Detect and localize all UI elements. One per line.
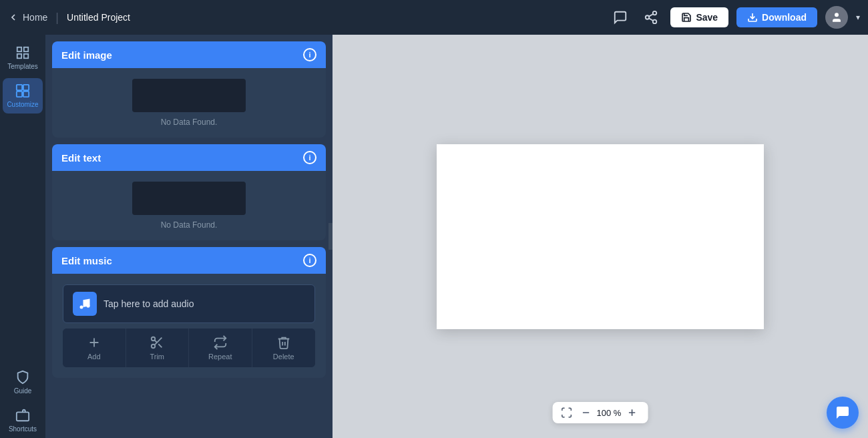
svg-line-3 bbox=[649, 18, 653, 21]
canvas-area: 100 % bbox=[333, 35, 868, 438]
edit-text-body: No Data Found. bbox=[52, 171, 326, 240]
sidebar-label-templates: Templates bbox=[7, 63, 38, 70]
templates-icon bbox=[15, 45, 30, 60]
canvas-sheet bbox=[437, 144, 764, 329]
audio-delete-button[interactable]: Delete bbox=[252, 328, 316, 367]
share-icon bbox=[644, 10, 658, 25]
edit-image-title: Edit image bbox=[61, 49, 112, 61]
sidebar-item-customize[interactable]: Customize bbox=[3, 78, 43, 114]
zoom-out-icon bbox=[581, 407, 592, 418]
save-button[interactable]: Save bbox=[670, 7, 728, 27]
zoom-in-button[interactable] bbox=[624, 406, 640, 419]
edit-text-info-icon[interactable]: i bbox=[303, 151, 316, 164]
avatar[interactable] bbox=[825, 6, 848, 29]
customize-icon bbox=[15, 83, 30, 98]
delete-label: Delete bbox=[273, 353, 294, 361]
download-label: Download bbox=[762, 12, 807, 23]
panel-collapse-button[interactable] bbox=[329, 223, 333, 250]
user-icon bbox=[831, 11, 843, 23]
zoom-out-button[interactable] bbox=[578, 406, 594, 419]
edit-music-header: Edit music i bbox=[52, 247, 326, 274]
comments-button[interactable] bbox=[609, 6, 632, 29]
audio-actions-bar: Add Trim Repeat Delete bbox=[63, 328, 315, 367]
svg-point-0 bbox=[653, 11, 657, 15]
svg-rect-7 bbox=[17, 47, 21, 51]
edit-text-preview bbox=[132, 182, 246, 215]
edit-text-section: Edit text i No Data Found. bbox=[52, 144, 326, 240]
main-body: Templates Customize Guide Shortcuts Edit… bbox=[0, 35, 868, 438]
svg-point-19 bbox=[80, 306, 83, 309]
fit-screen-icon bbox=[561, 407, 573, 419]
svg-point-6 bbox=[835, 13, 839, 17]
zoom-value: 100 % bbox=[597, 408, 622, 418]
save-icon bbox=[681, 12, 692, 23]
home-link[interactable]: Home bbox=[8, 12, 47, 23]
shortcuts-icon bbox=[15, 408, 30, 423]
save-label: Save bbox=[696, 12, 718, 23]
svg-point-1 bbox=[646, 15, 650, 19]
svg-line-26 bbox=[159, 344, 162, 347]
download-icon bbox=[747, 12, 758, 23]
edit-music-info-icon[interactable]: i bbox=[303, 254, 316, 267]
edit-text-title: Edit text bbox=[61, 152, 101, 164]
edit-music-title: Edit music bbox=[61, 255, 112, 266]
zoom-fit-button[interactable] bbox=[561, 407, 573, 419]
sidebar-label-guide: Guide bbox=[14, 387, 32, 395]
add-label: Add bbox=[87, 353, 101, 361]
svg-rect-15 bbox=[17, 412, 29, 421]
chat-bubble-button[interactable] bbox=[827, 397, 859, 429]
sidebar-label-shortcuts: Shortcuts bbox=[9, 425, 37, 433]
project-title[interactable]: Untitled Project bbox=[67, 12, 130, 23]
edit-image-info-icon[interactable]: i bbox=[303, 48, 316, 61]
comments-icon bbox=[613, 10, 628, 25]
svg-line-27 bbox=[155, 340, 158, 343]
music-note-icon bbox=[78, 297, 91, 310]
top-nav: Home | Untitled Project Save Download ▾ bbox=[0, 0, 868, 35]
edit-music-body: Tap here to add audio Add Trim Repeat bbox=[52, 274, 326, 378]
chevron-left-collapse-icon bbox=[331, 232, 333, 240]
audio-repeat-button[interactable]: Repeat bbox=[189, 328, 252, 367]
audio-music-icon bbox=[73, 292, 97, 316]
edit-music-section: Edit music i Tap here to add audio Add bbox=[52, 247, 326, 378]
sidebar-item-guide[interactable]: Guide bbox=[3, 365, 43, 400]
zoom-bar: 100 % bbox=[553, 402, 648, 423]
edit-image-preview bbox=[132, 79, 246, 112]
edit-image-no-data: No Data Found. bbox=[161, 118, 218, 127]
svg-point-2 bbox=[653, 20, 657, 23]
svg-rect-12 bbox=[23, 85, 29, 90]
guide-icon bbox=[15, 370, 30, 385]
download-button[interactable]: Download bbox=[736, 7, 817, 27]
home-label: Home bbox=[23, 12, 47, 23]
chat-icon bbox=[835, 405, 851, 421]
edit-image-body: No Data Found. bbox=[52, 68, 326, 138]
chevron-left-icon bbox=[8, 12, 19, 23]
zoom-in-icon bbox=[626, 407, 637, 418]
svg-point-20 bbox=[87, 304, 90, 308]
sidebar-item-shortcuts[interactable]: Shortcuts bbox=[3, 403, 43, 438]
trim-label: Trim bbox=[150, 353, 164, 361]
sidebar-item-templates[interactable]: Templates bbox=[3, 40, 43, 75]
audio-placeholder-text: Tap here to add audio bbox=[103, 298, 194, 309]
nav-chevron-down[interactable]: ▾ bbox=[856, 13, 860, 22]
audio-trim-button[interactable]: Trim bbox=[126, 328, 190, 367]
nav-separator: | bbox=[55, 11, 59, 25]
svg-point-24 bbox=[152, 345, 156, 349]
svg-rect-10 bbox=[24, 54, 28, 58]
audio-add-audio-button[interactable]: Tap here to add audio bbox=[63, 284, 315, 323]
svg-point-23 bbox=[152, 337, 156, 341]
svg-rect-8 bbox=[24, 47, 28, 51]
svg-rect-9 bbox=[17, 54, 21, 58]
repeat-icon bbox=[213, 335, 228, 350]
edit-image-section: Edit image i No Data Found. bbox=[52, 41, 326, 138]
share-button[interactable] bbox=[640, 6, 662, 29]
edit-image-header: Edit image i bbox=[52, 41, 326, 68]
edit-text-header: Edit text i bbox=[52, 144, 326, 171]
audio-add-button[interactable]: Add bbox=[63, 328, 126, 367]
trim-icon bbox=[150, 335, 164, 350]
repeat-label: Repeat bbox=[208, 353, 232, 361]
svg-line-4 bbox=[649, 14, 653, 17]
edit-text-no-data: No Data Found. bbox=[161, 220, 218, 230]
sidebar-label-customize: Customize bbox=[7, 101, 38, 108]
svg-rect-14 bbox=[23, 91, 29, 97]
sidebar-icons: Templates Customize Guide Shortcuts bbox=[0, 35, 45, 438]
